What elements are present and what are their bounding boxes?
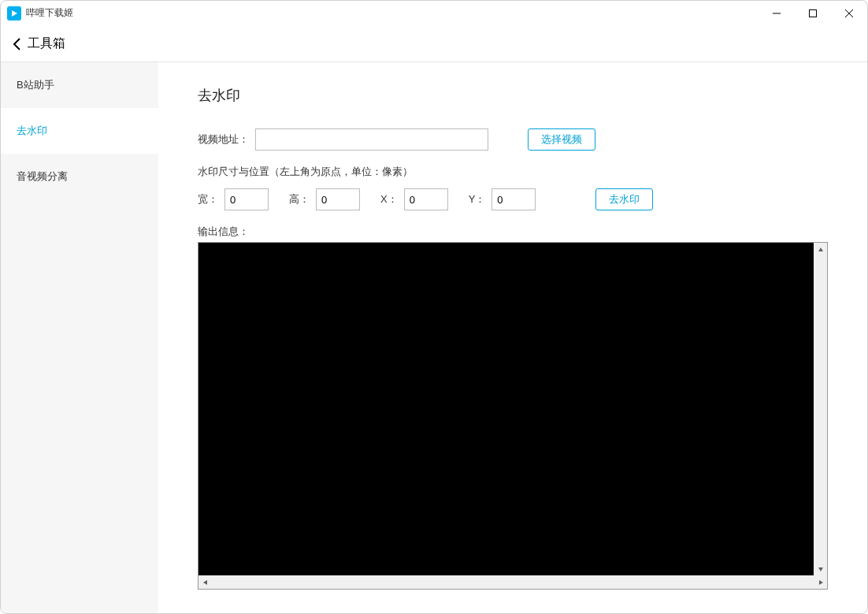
y-label: Y： [469, 192, 486, 207]
height-label: 高： [289, 192, 310, 207]
svg-marker-7 [203, 580, 207, 585]
dimensions-row: 宽： 高： X： Y： 去水印 [198, 188, 828, 210]
svg-marker-5 [818, 247, 823, 251]
remove-watermark-button[interactable]: 去水印 [595, 188, 653, 210]
app-icon [7, 6, 21, 20]
page-title: 去水印 [198, 86, 828, 105]
main: 去水印 视频地址： 选择视频 水印尺寸与位置（左上角为原点，单位：像素） 宽： … [158, 62, 867, 613]
width-label: 宽： [198, 192, 218, 207]
scroll-track-v[interactable] [814, 256, 827, 562]
window-controls [759, 1, 867, 25]
scroll-left-arrow[interactable] [198, 575, 212, 589]
titlebar: 哔哩下载姬 [1, 1, 867, 26]
window-title: 哔哩下载姬 [26, 6, 73, 20]
scroll-up-arrow[interactable] [814, 243, 827, 256]
video-url-input[interactable] [255, 128, 488, 151]
svg-marker-8 [819, 580, 823, 585]
sidebar-item-bilibili-helper[interactable]: B站助手 [1, 62, 158, 108]
back-button[interactable] [12, 36, 23, 52]
width-group: 宽： [198, 188, 269, 210]
height-group: 高： [289, 188, 360, 210]
output-panel [198, 242, 828, 590]
output-label: 输出信息： [198, 225, 828, 239]
svg-marker-6 [818, 567, 823, 571]
width-input[interactable] [224, 188, 269, 210]
video-url-row: 视频地址： 选择视频 [198, 128, 828, 151]
scroll-down-arrow[interactable] [814, 562, 827, 575]
sidebar-item-label: 去水印 [17, 124, 47, 138]
x-input[interactable] [404, 188, 448, 210]
scroll-track-h[interactable] [212, 575, 814, 589]
video-url-label: 视频地址： [198, 132, 249, 147]
y-input[interactable] [491, 188, 536, 210]
vertical-scrollbar[interactable] [814, 243, 827, 575]
x-label: X： [380, 192, 398, 207]
body: B站助手 去水印 音视频分离 去水印 视频地址： 选择视频 水印尺寸与位置（左上… [1, 62, 867, 613]
maximize-button[interactable] [795, 1, 831, 25]
y-group: Y： [469, 188, 536, 210]
scroll-right-arrow[interactable] [814, 575, 827, 589]
header: 工具箱 [1, 26, 867, 62]
sidebar: B站助手 去水印 音视频分离 [1, 62, 158, 613]
height-input[interactable] [316, 188, 360, 210]
minimize-button[interactable] [759, 1, 795, 25]
sidebar-item-remove-watermark[interactable]: 去水印 [1, 108, 158, 154]
close-button[interactable] [831, 1, 867, 25]
header-title: 工具箱 [28, 35, 65, 52]
svg-marker-0 [12, 10, 17, 17]
sidebar-item-label: B站助手 [17, 78, 54, 92]
x-group: X： [380, 188, 448, 210]
sidebar-item-av-separate[interactable]: 音视频分离 [1, 154, 158, 199]
sidebar-item-label: 音视频分离 [17, 169, 68, 184]
select-video-button[interactable]: 选择视频 [528, 128, 595, 151]
dimensions-section-label: 水印尺寸与位置（左上角为原点，单位：像素） [198, 165, 828, 179]
horizontal-scrollbar[interactable] [198, 575, 827, 589]
svg-rect-2 [810, 9, 817, 17]
